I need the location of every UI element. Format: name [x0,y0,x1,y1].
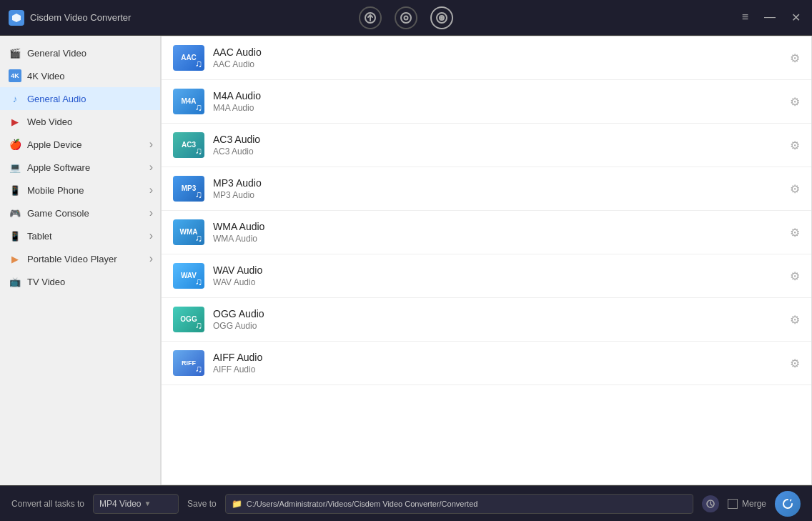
ac3-icon: AC3 ♫ [173,132,204,158]
wav-text: WAV Audio WAV Audio [213,264,781,287]
merge-checkbox[interactable] [728,499,738,509]
svg-point-2 [401,13,411,23]
settings-icon[interactable] [395,6,417,29]
titlebar-icons [359,6,453,29]
format-sidebar: 🎬 General Video 4K 4K Video ♪ General Au… [0,36,161,485]
format-list: AAC ♫ AAC Audio AAC Audio ⚙ M4A ♫ M4A Au… [161,36,812,485]
sidebar-item-tv-video[interactable]: 📺 TV Video [0,270,160,293]
m4a-settings[interactable]: ⚙ [790,95,800,109]
aiff-settings[interactable]: ⚙ [790,357,800,370]
sidebar-item-tablet[interactable]: 📱 Tablet [0,224,160,247]
bottom-bar: Convert all tasks to MP4 Video ▼ Save to… [0,485,812,521]
game-console-icon: 🎮 [9,207,21,219]
mp3-sub: MP3 Audio [213,190,781,200]
general-video-icon: 🎬 [9,46,21,59]
ogg-text: OGG Audio OGG Audio [213,308,781,331]
minimize-button[interactable]: — [761,8,778,27]
mp3-icon: MP3 ♫ [173,176,204,202]
format-item-m4a[interactable]: M4A ♫ M4A Audio M4A Audio ⚙ [162,80,811,124]
aiff-sub: AIFF Audio [213,364,781,374]
mobile-phone-icon: 📱 [9,184,21,197]
tablet-icon: 📱 [9,229,21,242]
wma-sub: WMA Audio [213,234,781,244]
aac-text: AAC Audio AAC Audio [213,46,781,69]
m4a-icon: M4A ♫ [173,89,204,114]
ogg-title: OGG Audio [213,308,781,319]
ogg-settings[interactable]: ⚙ [790,313,800,327]
format-select[interactable]: MP4 Video ▼ [93,494,179,514]
convert-all-label: Convert all tasks to [11,499,84,509]
aac-settings[interactable]: ⚙ [790,51,800,65]
sidebar-item-apple-software[interactable]: 💻 Apple Software [0,156,160,179]
apple-software-icon: 💻 [9,161,21,174]
format-item-wav[interactable]: WAV ♫ WAV Audio WAV Audio ⚙ [162,254,811,298]
format-item-aac[interactable]: AAC ♫ AAC Audio AAC Audio ⚙ [162,36,811,80]
4k-video-icon: 4K [9,69,21,82]
format-item-ogg[interactable]: OGG ♫ OGG Audio OGG Audio ⚙ [162,298,811,342]
sidebar-item-web-video[interactable]: ▶ Web Video [0,110,160,133]
convert-icon[interactable] [430,6,453,29]
svg-marker-0 [12,14,21,22]
mp3-title: MP3 Audio [213,177,781,189]
ogg-icon: OGG ♫ [173,307,204,332]
window-controls: ≡ — ✕ [739,8,803,27]
ac3-sub: AC3 Audio [213,147,781,157]
wma-settings[interactable]: ⚙ [790,226,800,239]
sidebar-item-portable-player[interactable]: ▶ Portable Video Player [0,247,160,270]
sidebar-item-game-console[interactable]: 🎮 Game Console [0,202,160,224]
upload-icon[interactable] [359,6,382,29]
tv-video-icon: 📺 [9,275,21,288]
aiff-icon: RIFF ♫ [173,350,204,376]
merge-label: Merge [728,499,766,509]
ogg-sub: OGG Audio [213,321,781,331]
sidebar-item-4k-video[interactable]: 4K 4K Video [0,64,160,87]
ac3-settings[interactable]: ⚙ [790,139,800,152]
format-item-ac3[interactable]: AC3 ♫ AC3 Audio AC3 Audio ⚙ [162,124,811,167]
save-path-display: 📁 C:/Users/Administrator/Videos/Cisdem V… [225,494,693,514]
app-logo [9,10,24,26]
select-arrow: ▼ [144,500,152,507]
m4a-title: M4A Audio [213,90,781,101]
mp3-text: MP3 Audio MP3 Audio [213,177,781,200]
general-audio-icon: ♪ [9,92,21,105]
mp3-settings[interactable]: ⚙ [790,182,800,196]
folder-icon: 📁 [232,499,242,509]
menu-icon[interactable]: ≡ [739,8,751,27]
title-bar: Cisdem Video Converter ≡ — ✕ [0,0,812,36]
m4a-text: M4A Audio M4A Audio [213,90,781,113]
wma-icon: WMA ♫ [173,219,204,245]
sidebar-item-apple-device[interactable]: 🍎 Apple Device [0,133,160,156]
portable-player-icon: ▶ [9,252,21,265]
wav-sub: WAV Audio [213,277,781,287]
ac3-text: AC3 Audio AC3 Audio [213,134,781,157]
save-to-label: Save to [187,499,217,509]
ac3-title: AC3 Audio [213,134,781,145]
main-content: a-busy-elegant-bar ▣ MP4 ⊞ 1920x1080 [0,36,812,485]
open-folder-button[interactable] [702,495,719,512]
close-button[interactable]: ✕ [788,8,803,27]
aac-sub: AAC Audio [213,59,781,69]
sidebar-item-general-audio[interactable]: ♪ General Audio [0,87,160,110]
svg-point-6 [441,17,442,19]
format-item-mp3[interactable]: MP3 ♫ MP3 Audio MP3 Audio ⚙ [162,167,811,211]
format-item-aiff[interactable]: RIFF ♫ AIFF Audio AIFF Audio ⚙ [162,342,811,385]
aiff-title: AIFF Audio [213,352,781,363]
aac-icon: AAC ♫ [173,45,204,71]
wav-title: WAV Audio [213,264,781,276]
sidebar-item-mobile-phone[interactable]: 📱 Mobile Phone [0,179,160,202]
format-dropdown: 🎬 General Video 4K 4K Video ♪ General Au… [0,36,812,485]
apple-device-icon: 🍎 [9,138,21,151]
format-item-wma[interactable]: WMA ♫ WMA Audio WMA Audio ⚙ [162,211,811,254]
svg-point-3 [405,16,408,19]
sidebar-item-general-video[interactable]: 🎬 General Video [0,41,160,64]
wma-title: WMA Audio [213,221,781,232]
wma-text: WMA Audio WMA Audio [213,221,781,244]
aiff-text: AIFF Audio AIFF Audio [213,352,781,374]
aac-title: AAC Audio [213,46,781,58]
m4a-sub: M4A Audio [213,103,781,113]
web-video-icon: ▶ [9,115,21,128]
wav-icon: WAV ♫ [173,263,204,289]
convert-button[interactable] [775,491,801,517]
wav-settings[interactable]: ⚙ [790,269,800,283]
